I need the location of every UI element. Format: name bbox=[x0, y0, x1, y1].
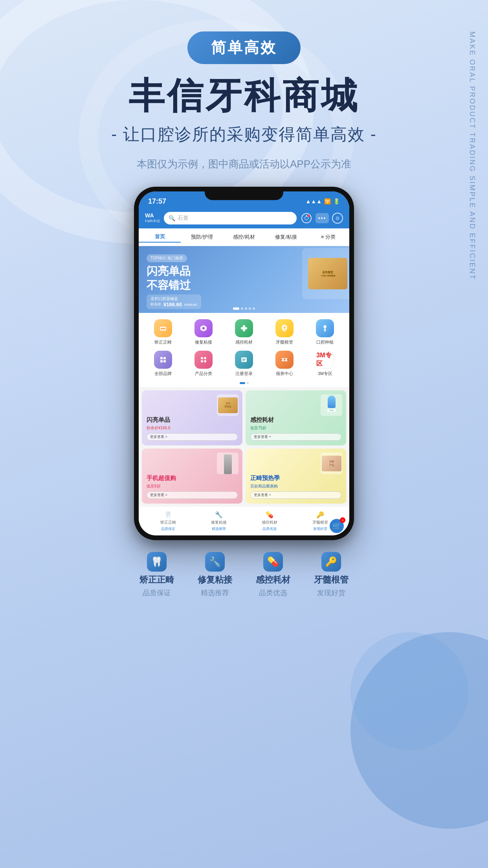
promo-card-flash[interactable]: 圣邦器械盒 闪亮单品 秒杀价¥166.6 更多查看 > bbox=[142, 390, 242, 445]
category-row-1: 矫正正畸 修复粘接 感控耗材 bbox=[143, 319, 345, 345]
promo-card-phone-btn[interactable]: 更多查看 > bbox=[147, 491, 238, 499]
footer-badge-restoration: 🔧 修复粘接 精选推荐 bbox=[198, 552, 232, 598]
footer-badge-orthodontics-icon: 🦷 bbox=[147, 552, 167, 572]
promo-card-flash-subtitle: 秒杀价¥166.6 bbox=[147, 425, 238, 431]
footer-badge-endodontics-icon: 🔑 bbox=[321, 552, 341, 572]
sub-title: - 让口腔诊所的采购变得简单高效 - bbox=[0, 123, 488, 145]
cat-infection[interactable]: 感控耗材 bbox=[228, 319, 260, 345]
svg-rect-9 bbox=[163, 357, 166, 359]
promo-card-phone[interactable]: 手机超值购 低至6折 更多查看 > bbox=[142, 449, 242, 504]
bottom-nav-restoration-icon: 🔧 bbox=[215, 511, 223, 519]
svg-point-15 bbox=[204, 360, 206, 362]
banner-product-name: 圣邦口腔器械盒 bbox=[150, 296, 197, 302]
cart-floating-button[interactable]: 🛒 0 bbox=[330, 519, 344, 533]
banner-dot-4 bbox=[249, 307, 251, 310]
target-icon[interactable]: ⊙ bbox=[332, 213, 343, 224]
cat-coupon-icon: 券 bbox=[275, 351, 294, 369]
cat-register[interactable]: 注册登录 bbox=[228, 351, 260, 377]
banner[interactable]: TOP排行 热门推荐 闪亮单品 不容错过 圣邦口腔器械盒 秒杀价 ¥166.60… bbox=[139, 246, 349, 313]
footer-badge-endodontics-label: 牙髓根管 bbox=[314, 574, 349, 586]
promo-card-flash-img: 圣邦器械盒 bbox=[217, 394, 238, 416]
note-text: 本图仅为示例，图中商品或活动以APP公示为准 bbox=[0, 157, 488, 171]
cat-endodontics-icon bbox=[275, 319, 294, 337]
cat-endodontics[interactable]: 牙髓根管 bbox=[269, 319, 300, 345]
bottom-nav-infection-sub: 品类优选 bbox=[262, 526, 277, 531]
promo-card-phone-img bbox=[217, 452, 238, 474]
footer-badge-orthodontics: 🦷 矫正正畸 品质保证 bbox=[139, 552, 174, 598]
promo-card-infection-btn[interactable]: 更多查看 + bbox=[250, 433, 341, 441]
bottom-nav-orthodontics-sub: 品质保证 bbox=[161, 526, 175, 531]
search-bar[interactable]: 🔍 石膏 bbox=[164, 212, 297, 224]
phone-bottom-nav: 🦷 矫正正畸 品质保证 🔧 修复粘接 精选推荐 💊 感控耗材 品类优选 🔑 牙髓… bbox=[139, 507, 349, 535]
cat-product-category[interactable]: 产品分类 bbox=[188, 351, 219, 377]
cat-3m[interactable]: 3M专区 3M专区 bbox=[309, 351, 341, 377]
promo-card-infection[interactable]: 75% 感控耗材 低至75折 更多查看 + bbox=[246, 390, 346, 445]
cat-implant[interactable]: 口腔种植 bbox=[309, 319, 341, 345]
cat-endodontics-label: 牙髓根管 bbox=[276, 339, 293, 345]
cat-restoration[interactable]: 修复粘接 bbox=[188, 319, 219, 345]
cat-coupon-label: 领券中心 bbox=[276, 371, 293, 377]
cat-orthodontics[interactable]: 矫正正畸 bbox=[147, 319, 179, 345]
banner-dots bbox=[233, 307, 255, 310]
promo-card-ortho-subtitle: 百款商品聚惠购 bbox=[250, 484, 341, 489]
bottom-nav-restoration[interactable]: 🔧 修复粘接 精选推荐 bbox=[211, 511, 227, 531]
nav-item-classify[interactable]: ≡ 分类 bbox=[307, 232, 349, 242]
banner-dot-1 bbox=[233, 307, 239, 310]
cat-all-brands[interactable]: 全部品牌 bbox=[147, 351, 179, 377]
more-icon[interactable]: ••• bbox=[316, 212, 328, 224]
notification-icon[interactable] bbox=[301, 212, 312, 224]
banner-tag: TOP排行 热门推荐 bbox=[147, 254, 187, 262]
cat-restoration-icon bbox=[194, 319, 213, 337]
cat-implant-label: 口腔种植 bbox=[316, 339, 334, 345]
svg-point-1 bbox=[161, 328, 162, 329]
svg-rect-8 bbox=[160, 357, 163, 359]
cat-infection-icon bbox=[235, 319, 253, 337]
wifi-icon: 🛜 bbox=[324, 198, 331, 204]
footer-badge-restoration-sub: 精选推荐 bbox=[201, 588, 229, 598]
bottom-nav-restoration-sub: 精选推荐 bbox=[212, 526, 226, 531]
bottom-nav-infection-label: 感控耗材 bbox=[262, 520, 277, 525]
top-section: 简单高效 丰信牙科商城 - 让口腔诊所的采购变得简单高效 - 本图仅为示例，图中… bbox=[0, 0, 488, 171]
promo-card-phone-title: 手机超值购 bbox=[147, 474, 238, 482]
category-section: 矫正正畸 修复粘接 感控耗材 bbox=[139, 313, 349, 387]
status-icons: ▲▲▲ 🛜 🔋 bbox=[305, 198, 340, 204]
status-time: 17:57 bbox=[148, 197, 166, 206]
promo-card-flash-title: 闪亮单品 bbox=[147, 416, 238, 424]
svg-text:券: 券 bbox=[283, 358, 286, 361]
bottom-nav-orthodontics[interactable]: 🦷 矫正正畸 品质保证 bbox=[160, 511, 176, 531]
cat-implant-icon bbox=[316, 319, 334, 337]
footer-badge-orthodontics-label: 矫正正畸 bbox=[139, 574, 174, 586]
header-icons: ••• ⊙ bbox=[301, 212, 343, 224]
bottom-nav-endodontics-sub: 发现好货 bbox=[313, 526, 327, 531]
cat-3m-text: 3M专区 bbox=[316, 351, 334, 368]
cat-register-label: 注册登录 bbox=[235, 371, 253, 377]
cat-dot-1 bbox=[240, 382, 245, 384]
bottom-nav-infection-control[interactable]: 💊 感控耗材 品类优选 bbox=[262, 511, 277, 531]
banner-original-price: ¥238.00 bbox=[184, 303, 197, 307]
phone-device: 17:57 ▲▲▲ 🛜 🔋 WA Faith丰信 🔍 石膏 bbox=[134, 187, 354, 540]
footer-badge-restoration-label: 修复粘接 bbox=[198, 574, 232, 586]
cat-product-category-label: 产品分类 bbox=[195, 371, 212, 377]
promo-card-infection-title: 感控耗材 bbox=[250, 416, 341, 424]
cat-orthodontics-label: 矫正正畸 bbox=[154, 339, 172, 345]
nav-item-prevention[interactable]: 预防/护理 bbox=[181, 232, 223, 242]
svg-point-21 bbox=[287, 359, 288, 360]
logo-name: Faith丰信 bbox=[145, 219, 160, 224]
footer-badge-infection-label: 感控耗材 bbox=[256, 574, 290, 586]
cat-3m-icon: 3M专区 bbox=[316, 351, 334, 369]
nav-item-restoration[interactable]: 修复/粘接 bbox=[265, 232, 307, 242]
nav-item-home[interactable]: 首页 bbox=[139, 232, 181, 243]
battery-icon: 🔋 bbox=[333, 198, 340, 204]
nav-item-infection[interactable]: 感控/耗材 bbox=[223, 232, 265, 242]
svg-point-3 bbox=[164, 328, 165, 329]
promo-card-flash-btn[interactable]: 更多查看 > bbox=[147, 433, 238, 441]
svg-rect-18 bbox=[242, 360, 244, 361]
promo-card-ortho-btn[interactable]: 更多查看 + bbox=[250, 491, 341, 499]
cat-restoration-label: 修复粘接 bbox=[195, 339, 212, 345]
cat-coupon[interactable]: 券 领券中心 bbox=[269, 351, 300, 377]
banner-product-image: 圣邦康堂 一次性口腔器械盒 bbox=[302, 248, 349, 299]
category-page-dots bbox=[143, 382, 345, 384]
bottom-nav-endodontics[interactable]: 🔑 牙髓根管 发现好货 bbox=[312, 511, 328, 531]
bottom-nav-endodontics-icon: 🔑 bbox=[316, 511, 324, 519]
promo-card-ortho[interactable]: 正畸产品 正畸预热季 百款商品聚惠购 更多查看 + bbox=[246, 449, 346, 504]
